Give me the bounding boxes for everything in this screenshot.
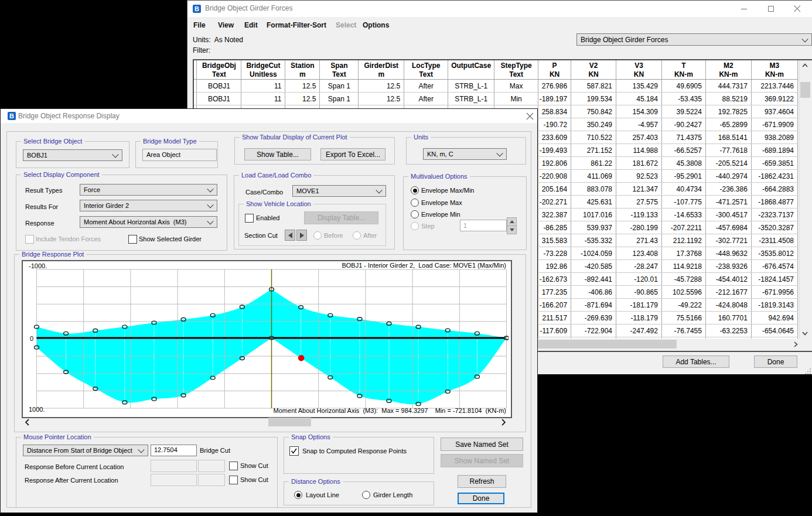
svg-text:-1000.: -1000. (29, 262, 47, 269)
svg-text:1000.: 1000. (29, 406, 45, 413)
svg-text:Moment About Horizontal Axis: Moment About Horizontal Axis (M3): Max =… (274, 407, 506, 414)
svg-text:BOBJ1 - Interior Girder 2, Lo: BOBJ1 - Interior Girder 2, Load Case: MO… (342, 262, 506, 269)
svg-text:0: 0 (30, 335, 33, 342)
